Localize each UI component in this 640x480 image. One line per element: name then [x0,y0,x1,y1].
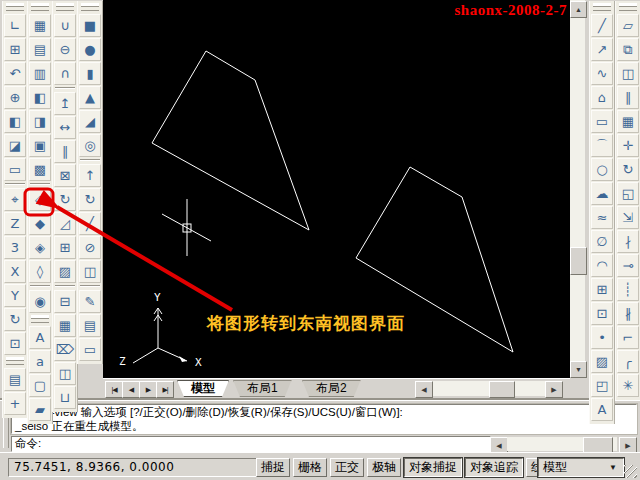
drawn-polygon[interactable] [152,51,309,230]
section-button[interactable]: ⊘ [79,236,101,259]
separate-button[interactable]: ◫ [54,362,76,385]
break-at-point-button[interactable]: ┊ [617,278,639,301]
copy-faces-button[interactable]: ⊞ [54,236,76,259]
horizontal-scroll-thumb[interactable] [489,381,515,398]
tab-nav-first-button[interactable]: |◀ [105,381,123,398]
insert-block-button[interactable]: ⊞ [591,278,613,301]
polygon-button[interactable]: ⌂ [591,86,613,109]
status-toggle-捕捉[interactable]: 捕捉 [256,458,290,477]
toolbar-grip[interactable] [81,3,99,11]
interfere-button[interactable]: ◫ [79,260,101,283]
polyline-button[interactable]: ∿ [591,62,613,85]
region-button[interactable]: ◰ [591,374,613,397]
status-toggle-栅格[interactable]: 栅格 [293,458,327,477]
color-faces-button[interactable]: ▨ [54,260,76,283]
tab-layout2[interactable]: 布局2 [302,380,361,397]
revolve-button[interactable]: ↻ [79,188,101,211]
make-block-button[interactable]: ⊡ [591,302,613,325]
move-ucs-origin-button[interactable]: + [4,392,26,415]
hatch-button[interactable]: ▨ [591,350,613,373]
tab-layout1[interactable]: 布局1 [233,380,292,397]
horizontal-scrollbar[interactable]: ◀ ▶ [415,381,561,396]
ellipse-button[interactable]: ∅ [591,230,613,253]
revision-cloud-button[interactable]: ☁ [591,182,613,205]
ucs-face-button[interactable]: ◪ [4,134,26,157]
command-history[interactable]: 命令: _-view 输入选项 [?/正交(O)/删除(D)/恢复(R)/保存(… [11,404,637,434]
setup-drawing-button[interactable]: ✎ [79,290,101,313]
circle-button[interactable]: ○ [591,158,613,181]
ucs-previous-button[interactable]: ↶ [4,62,26,85]
cylinder-button[interactable]: ▮ [79,62,101,85]
top-view-button[interactable]: ▤ [29,38,51,61]
scroll-left-icon[interactable]: ◀ [415,381,433,398]
rotate-faces-button[interactable]: ↻ [54,188,76,211]
tab-nav-last-button[interactable]: ▶| [156,381,174,398]
ucs-view-button[interactable]: ▭ [4,158,26,181]
break-button[interactable]: ∦ [617,302,639,325]
extend-button[interactable]: ⊸ [617,254,639,277]
window-resize-grip[interactable] [624,465,637,478]
fillet-button[interactable]: ╭ [617,350,639,373]
clean-button[interactable]: ⌦ [54,338,76,361]
named-ucs-button[interactable]: ▤ [4,368,26,391]
extrude-faces-button[interactable]: ↥ [54,92,76,115]
ucs-dialog-button[interactable]: ⊞ [4,38,26,61]
nw-isometric-button[interactable]: ◊ [29,260,51,283]
imprint-button[interactable]: ▦ [54,314,76,337]
ucs-apply-button[interactable]: ⊡ [4,332,26,355]
status-toggle-正交[interactable]: 正交 [330,458,364,477]
status-toggle-极轴[interactable]: 极轴 [367,458,401,477]
toolbar-grip[interactable] [593,3,611,11]
box-button[interactable]: ■ [79,14,101,37]
tab-nav-next-button[interactable]: ▶ [139,381,157,398]
scale-button[interactable]: ◱ [617,182,639,205]
scroll-right-icon[interactable]: ▶ [545,381,563,398]
offset-faces-button[interactable]: ∥ [54,140,76,163]
named-views-button[interactable]: ▦ [29,14,51,37]
rectangle-button[interactable]: ▭ [591,110,613,133]
ne-isometric-button[interactable]: ◈ [29,236,51,259]
ucs-object-button[interactable]: ◧ [4,110,26,133]
erase-button[interactable]: ▱ [617,14,639,37]
move-button[interactable]: ✛ [617,134,639,157]
tab-nav-previous-button[interactable]: ◀ [122,381,140,398]
model-paper-toggle-button[interactable]: 模型 ▼ [538,458,624,477]
ucs-y-rotate-button[interactable]: Y [4,284,26,307]
line-button[interactable]: ╱ [591,14,613,37]
drawing-canvas[interactable]: YXZ shaonx-2008-2-7 将图形转到东南视图界面 [103,0,570,378]
taper-faces-button[interactable]: ◿ [54,212,76,235]
ucs-world-button[interactable]: ⊕ [4,86,26,109]
chamfer-button[interactable]: ⌐ [617,326,639,349]
status-toggle-对象追踪[interactable]: 对象追踪 [465,458,523,477]
sphere-button[interactable]: ● [79,38,101,61]
vertical-scroll-thumb[interactable] [570,247,587,275]
delete-faces-button[interactable]: ⊠ [54,164,76,187]
cone-button[interactable]: ▲ [79,86,101,109]
construction-line-button[interactable]: ↗ [591,38,613,61]
torus-button[interactable]: ◎ [79,134,101,157]
slice-button[interactable]: ╱ [79,212,101,235]
intersect-button[interactable]: ∩ [54,62,76,85]
stretch-button[interactable]: ⇲ [617,206,639,229]
rotate-button[interactable]: ↻ [617,158,639,181]
ucs-x-rotate-button[interactable]: X [4,260,26,283]
union-button[interactable]: ∪ [54,14,76,37]
camera-button[interactable]: ◉ [29,290,51,313]
mtext-button[interactable]: A [591,398,613,421]
justify-text-button[interactable]: A [29,326,51,349]
copy-edges-button[interactable]: ⊟ [54,290,76,313]
point-button[interactable]: • [591,326,613,349]
array-button[interactable]: ▦ [617,110,639,133]
ucs-z-rotate-button[interactable]: ↻ [4,308,26,331]
planar-surface-button[interactable]: ▰ [29,398,51,421]
shell-button[interactable]: ⊔ [54,386,76,409]
status-toggle-对象捕捉[interactable]: 对象捕捉 [404,458,462,477]
setup-view-button[interactable]: ▤ [79,314,101,337]
scale-text-button[interactable]: a [29,350,51,373]
setup-profile-button[interactable]: ▭ [79,338,101,361]
mirror-button[interactable]: ◫ [617,62,639,85]
scroll-down-icon[interactable]: ▼ [570,361,587,378]
copy-button[interactable]: ⧉ [617,38,639,61]
extrude-button[interactable]: ↑ [79,164,101,187]
cmd-scroll-thumb[interactable] [583,437,613,453]
